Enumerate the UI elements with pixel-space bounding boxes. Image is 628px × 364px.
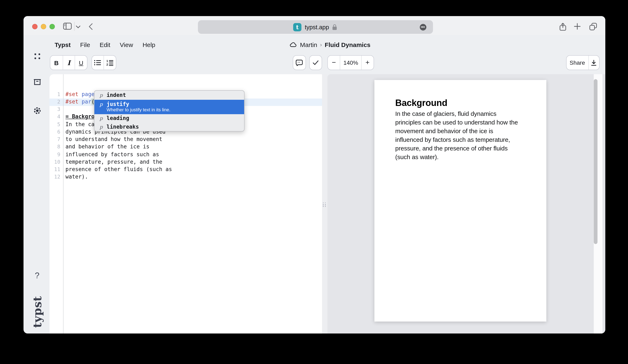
rendered-page: Background In the case of glaciers, flui… [374,80,546,322]
page-body: In the case of glaciers, fluid dynamics … [395,109,536,161]
menu-file[interactable]: File [80,41,90,48]
gear-icon[interactable] [23,106,51,115]
zoom-in-button[interactable]: + [361,56,373,70]
browser-chrome: t typst.app [23,16,605,35]
line-content: #set par() [63,98,98,106]
lock-icon [332,24,337,30]
svg-text:2: 2 [106,63,108,66]
divider [74,22,75,31]
zoom-level[interactable]: 140% [340,56,361,70]
box-icon[interactable] [23,78,51,86]
app-header: TypstFileEditViewHelp Martin › Fluid Dyn… [23,38,605,51]
typst-logo-text: typst [31,296,44,328]
param-prefix: p [100,101,103,107]
autocomplete-item-indent[interactable]: pindent [94,90,244,100]
page-heading: Background [395,98,447,108]
code-line-9[interactable]: 9influenced by factors such as [50,151,322,159]
line-number: 8 [50,144,63,151]
code-line-8[interactable]: 8and behavior of the ice is [50,144,322,151]
browser-window: t typst.app [23,16,605,333]
breadcrumb-document[interactable]: Fluid Dynamics [325,41,371,48]
more-icon[interactable] [420,24,426,30]
param-prefix: p [100,92,103,98]
italic-button[interactable]: I [63,56,75,70]
line-number: 10 [50,159,63,166]
menu-edit[interactable]: Edit [100,41,110,48]
autocomplete-popup: pindentpjustifyWhether to justify text i… [94,90,244,131]
share-group: Share [566,55,600,70]
line-content: water). [63,174,88,181]
line-number: 4 [50,114,63,121]
help-button[interactable]: ? [23,271,51,280]
preview-pane: Background In the case of glaciers, flui… [327,74,605,333]
cloud-icon [289,42,297,47]
minimize-button[interactable] [41,24,46,29]
line-number: 7 [50,136,63,144]
back-icon[interactable] [88,23,92,30]
line-number: 2 [50,98,63,106]
menu-bar: TypstFileEditViewHelp [55,38,155,51]
line-content: influenced by factors such as [63,151,159,159]
download-icon[interactable] [588,56,599,70]
new-tab-icon[interactable] [574,23,580,30]
screen: t typst.app [0,0,628,364]
menu-view[interactable]: View [120,41,133,48]
url-text: typst.app [305,24,329,30]
address-bar[interactable]: t typst.app [198,20,433,34]
breadcrumb[interactable]: Martin › Fluid Dynamics [289,38,371,51]
autocomplete-item-justify[interactable]: pjustifyWhether to justify text in its l… [94,100,244,114]
typst-logo[interactable]: typst [27,291,47,333]
close-button[interactable] [32,24,37,29]
sidebar-toggle-icon[interactable] [63,23,72,30]
param-prefix: p [100,116,103,121]
numbered-list-icon[interactable]: 1 2 [104,56,116,70]
code-line-12[interactable]: 12water). [50,174,322,181]
line-content: presence of other fluids (such as [63,166,172,174]
comment-button[interactable] [293,55,306,70]
scrollbar-track[interactable] [593,74,602,333]
share-button[interactable]: Share [566,56,588,70]
line-number: 3 [50,106,63,114]
line-number: 12 [50,174,63,181]
line-content: temperature, pressure, and the [63,159,162,166]
param-description: Whether to justify text in its line. [107,107,239,113]
param-prefix: p [100,124,103,130]
line-content: to understand how the movement [63,136,162,144]
check-icon [310,56,322,70]
typst-favicon: t [293,23,302,31]
param-label: leading [107,115,129,121]
tab-overview-icon[interactable] [589,23,597,30]
breadcrumb-workspace[interactable]: Martin [300,41,317,48]
zoom-group: − 140% + [327,55,374,70]
code-line-10[interactable]: 10temperature, pressure, and the [50,159,322,166]
comment-icon [293,56,305,70]
drag-handle-icon[interactable] [323,202,326,207]
param-label: indent [107,92,126,98]
line-number: 5 [50,121,63,129]
param-label: justify [107,101,129,107]
share-icon[interactable] [559,23,566,31]
menu-help[interactable]: Help [143,41,155,48]
bold-button[interactable]: B [50,56,63,70]
app-grid-icon[interactable] [23,53,51,59]
code-line-11[interactable]: 11presence of other fluids (such as [50,166,322,174]
bullet-list-icon[interactable] [92,56,104,70]
zoom-out-button[interactable]: − [328,56,340,70]
list-group: 1 2 [91,55,116,70]
gutter-border [63,74,64,333]
autocomplete-item-linebreaks[interactable]: plinebreaks [94,122,244,131]
line-number: 1 [50,91,63,98]
zoom-button[interactable] [49,24,55,29]
scrollbar-thumb[interactable] [594,79,598,244]
line-number: 11 [50,166,63,174]
line-content: and behavior of the ice is [63,144,150,151]
chevron-down-icon[interactable] [76,26,80,28]
menu-typst[interactable]: Typst [55,41,71,48]
autocomplete-item-leading[interactable]: pleading [94,114,244,122]
code-line-7[interactable]: 7to understand how the movement [50,136,322,144]
autoformat-button[interactable] [309,55,322,70]
svg-text:1: 1 [106,60,108,63]
text-style-group: B I U [50,55,87,70]
underline-button[interactable]: U [75,56,87,70]
breadcrumb-separator: › [320,41,322,48]
